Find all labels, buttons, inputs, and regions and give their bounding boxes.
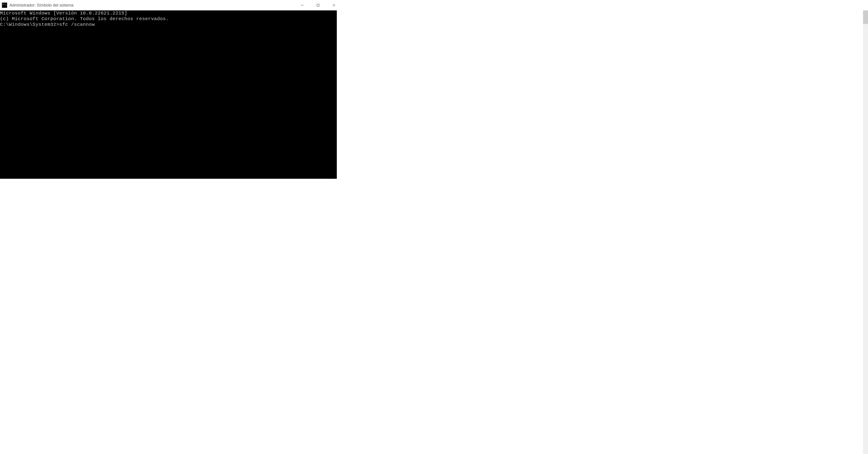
command-prompt-window: Administrador: Símbolo del sistema Mi	[0, 0, 342, 179]
title-bar[interactable]: Administrador: Símbolo del sistema	[0, 0, 342, 10]
window-controls	[294, 0, 342, 10]
terminal-prompt-line: C:\Windows\System32>sfc /scannow	[0, 22, 337, 27]
terminal-version-line: Microsoft Windows [Versión 10.0.22621.22…	[0, 10, 337, 16]
maximize-button[interactable]	[310, 0, 326, 10]
terminal-prompt: C:\Windows\System32>	[0, 22, 59, 27]
window-title: Administrador: Símbolo del sistema	[9, 3, 73, 8]
svg-rect-1	[317, 4, 319, 6]
close-button[interactable]	[326, 0, 342, 10]
app-icon	[2, 2, 7, 8]
terminal-output[interactable]: Microsoft Windows [Versión 10.0.22621.22…	[0, 10, 337, 179]
close-icon	[332, 4, 336, 7]
maximize-icon	[316, 4, 320, 7]
minimize-button[interactable]	[294, 0, 310, 10]
terminal-command: sfc /scannow	[59, 22, 95, 27]
minimize-icon	[301, 4, 304, 7]
terminal-copyright-line: (c) Microsoft Corporation. Todos los der…	[0, 16, 337, 22]
